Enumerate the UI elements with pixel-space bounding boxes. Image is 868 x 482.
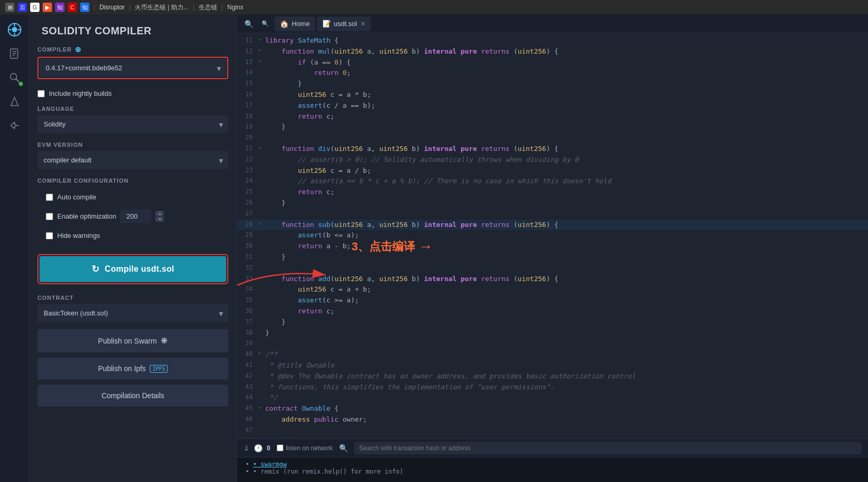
include-nightly-label[interactable]: Include nightly builds: [49, 90, 112, 97]
line-number: 16: [241, 90, 258, 99]
tab-home[interactable]: 🏠 Home: [275, 17, 315, 31]
line-content: assert(c / a == b);: [265, 100, 868, 111]
auto-compile-checkbox[interactable]: [46, 194, 53, 201]
compile-icon: ↻: [92, 263, 99, 275]
compile-button[interactable]: ↻ Compile usdt.sol: [40, 256, 226, 282]
sidebar-item-git[interactable]: [4, 91, 25, 112]
line-number: 26: [241, 198, 258, 208]
bottom-log: • • swarmgw • • remix (run remix.help() …: [237, 457, 868, 482]
sidebar-item-search[interactable]: [4, 67, 25, 88]
language-select[interactable]: Solidity: [37, 115, 228, 133]
zhi2-icon[interactable]: 知: [80, 3, 89, 12]
browser-tab-disruptor[interactable]: Disruptor: [99, 4, 125, 11]
line-content: [265, 338, 868, 349]
video-icon[interactable]: ▶: [43, 3, 52, 12]
line-arrow: ▾: [258, 144, 265, 152]
code-line-32: 32: [237, 263, 868, 274]
compilation-details-button[interactable]: Compilation Details: [37, 385, 228, 407]
line-number: 35: [241, 295, 258, 305]
line-number: 41: [241, 360, 258, 370]
line-content: library SafeMath {: [265, 35, 868, 46]
code-line-41: 41 * @title Ownable: [237, 360, 868, 371]
zhi-icon[interactable]: 知: [55, 3, 64, 12]
sidebar-item-plugin[interactable]: [4, 115, 25, 136]
clock-icon[interactable]: 🕐: [254, 444, 263, 452]
line-arrow: ▾: [258, 349, 265, 358]
browser-tab-nginx[interactable]: Nginx: [227, 4, 243, 11]
sidebar-item-files[interactable]: [4, 43, 25, 65]
line-content: * @dev The Ownable contract has an owner…: [265, 371, 868, 382]
compiler-add-icon[interactable]: ⊕: [75, 45, 82, 54]
code-editor[interactable]: 11▾library SafeMath {12▾ function mul(ui…: [237, 33, 868, 438]
code-line-11: 11▾library SafeMath {: [237, 35, 868, 46]
zoom-out-icon[interactable]: 🔍: [241, 17, 256, 31]
contract-select[interactable]: BasicToken (usdt.sol): [37, 304, 228, 322]
include-nightly-row: Include nightly builds: [29, 85, 237, 102]
tab-usdt[interactable]: 📝 usdt.sol ✕: [317, 17, 371, 31]
line-content: }: [265, 252, 868, 263]
tab-close-icon[interactable]: ✕: [360, 20, 366, 28]
line-number: 47: [241, 425, 258, 435]
zoom-in-icon[interactable]: 🔍: [258, 17, 273, 31]
line-content: // assert(a == b * c + a % b); // There …: [265, 176, 868, 187]
hide-warnings-checkbox[interactable]: [46, 232, 53, 239]
line-arrow: ▾: [258, 220, 265, 228]
line-number: 34: [241, 284, 258, 294]
code-line-25: 25 return c;: [237, 187, 868, 198]
code-line-42: 42 * @dev The Ownable contract has an ow…: [237, 371, 868, 382]
search-status-icon[interactable]: 🔍: [339, 444, 348, 452]
line-number: 36: [241, 306, 258, 316]
grid-icon[interactable]: ⊞: [5, 3, 15, 12]
optimization-checkbox[interactable]: [46, 213, 53, 220]
contract-select-wrapper: BasicToken (usdt.sol): [37, 304, 228, 322]
code-line-34: 34 uint256 c = a + b;: [237, 284, 868, 295]
compiler-select[interactable]: 0.4.17+commit.bdeb9e52: [40, 59, 226, 77]
optimization-label[interactable]: Enable optimization: [57, 212, 116, 220]
c-icon[interactable]: C: [68, 3, 77, 12]
line-number: 44: [241, 392, 258, 402]
line-content: return a - b;: [265, 241, 868, 252]
optimization-input[interactable]: [120, 209, 151, 223]
line-content: [265, 209, 868, 220]
browser-tab-chain[interactable]: 生态链: [199, 3, 217, 12]
contract-label: CONTRACT: [37, 295, 228, 301]
baidu-icon[interactable]: 百: [18, 3, 27, 12]
status-badge: [18, 81, 23, 86]
code-line-33: 33▾ function add(uint256 a, uint256 b) i…: [237, 274, 868, 285]
line-content: if (a == 0) {: [265, 57, 868, 68]
icon-sidebar: [0, 15, 29, 482]
browser-tab-huobi[interactable]: 火币生态链 | 助力...: [135, 3, 189, 12]
spinner-up[interactable]: ▲: [156, 211, 164, 216]
code-line-20: 20: [237, 133, 868, 144]
listen-checkbox[interactable]: [277, 445, 283, 451]
transaction-search-input[interactable]: [354, 442, 862, 454]
collapse-icon[interactable]: ⇓: [243, 444, 250, 452]
line-content: address public owner;: [265, 414, 868, 425]
status-bar: ⇓ 🕐 0 listen on network 🔍: [237, 438, 868, 457]
code-line-31: 31 }: [237, 252, 868, 263]
code-line-35: 35 assert(c >= a);: [237, 295, 868, 306]
swarmgw-link[interactable]: • swarmgw: [253, 461, 287, 468]
publish-swarm-button[interactable]: Publish on Swarm ❋: [37, 329, 228, 352]
code-line-21: 21▾ function div(uint256 a, uint256 b) i…: [237, 144, 868, 155]
google-icon[interactable]: G: [30, 3, 40, 12]
line-number: 15: [241, 79, 258, 88]
compiler-select-wrapper: 0.4.17+commit.bdeb9e52: [40, 59, 226, 77]
hide-warnings-label[interactable]: Hide warnings: [57, 232, 100, 239]
status-count: 0: [267, 445, 270, 452]
sidebar-item-remix[interactable]: [4, 19, 25, 41]
hide-warnings-row: Hide warnings: [37, 227, 228, 244]
line-number: 17: [241, 100, 258, 110]
code-line-44: 44 */: [237, 392, 868, 403]
code-line-12: 12▾ function mul(uint256 a, uint256 b) i…: [237, 46, 868, 57]
evm-select[interactable]: compiler default: [37, 151, 228, 169]
line-content: }: [265, 122, 868, 133]
line-content: function div(uint256 a, uint256 b) inter…: [265, 144, 868, 155]
auto-compile-label[interactable]: Auto compile: [57, 193, 96, 201]
line-content: // assert(b > 0); // Solidity automatica…: [265, 155, 868, 166]
include-nightly-checkbox[interactable]: [37, 90, 45, 97]
line-number: 23: [241, 166, 258, 175]
spinner-down[interactable]: ▼: [156, 217, 164, 222]
publish-ipfs-button[interactable]: Publish on Ipfs IPFS: [37, 358, 228, 379]
line-content: uint256 c = a * b;: [265, 90, 868, 100]
